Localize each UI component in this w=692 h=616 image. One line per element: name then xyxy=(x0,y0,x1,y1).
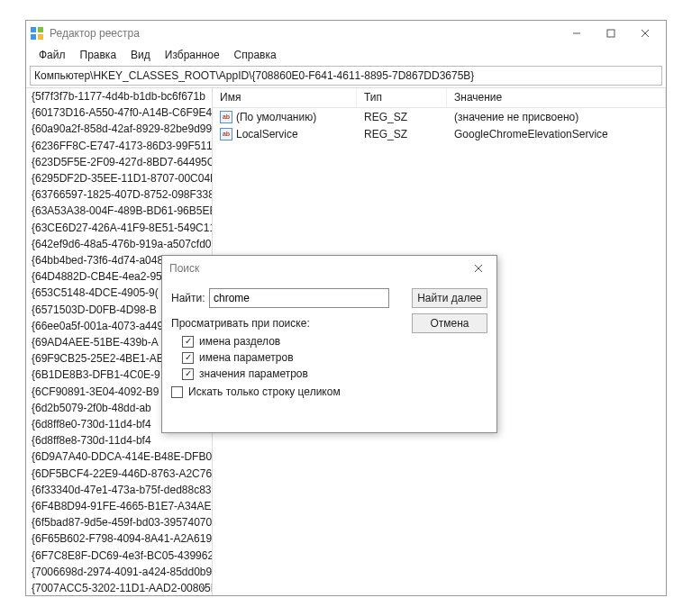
string-value-icon: ab xyxy=(220,128,232,140)
checkbox-whole[interactable] xyxy=(171,386,183,398)
tree-item[interactable]: {6F4B8D94-91FE-4665-B1E7-A34AE3F xyxy=(26,498,212,514)
find-next-button[interactable]: Найти далее xyxy=(412,288,487,308)
checkbox-params[interactable] xyxy=(182,352,194,364)
dialog-close-button[interactable] xyxy=(468,259,489,277)
tree-item[interactable]: {63A53A38-004F-489B-BD61-96B5EEF xyxy=(26,203,212,219)
tree-item[interactable]: {7007ACC5-3202-11D1-AAD2-00805F xyxy=(26,580,212,595)
dialog-title: Поиск xyxy=(169,262,468,275)
tree-item[interactable]: {6295DF2D-35EE-11D1-8707-00C04FD xyxy=(26,170,212,186)
tree-item[interactable]: {6d8ff8e8-730d-11d4-bf4 xyxy=(26,432,212,448)
tree-item[interactable]: {7006698d-2974-4091-a424-85dd0b9 xyxy=(26,564,212,580)
tree-item[interactable]: {6236FF8C-E747-4173-86D3-99F511B xyxy=(26,138,212,154)
dialog-titlebar: Поиск xyxy=(162,256,496,281)
svg-rect-3 xyxy=(38,34,43,40)
find-dialog: Поиск Найти: Просматривать при поиске: и… xyxy=(161,255,497,433)
checkbox-values-label: значения параметров xyxy=(199,367,308,380)
checkbox-whole-label: Искать только строку целиком xyxy=(188,385,341,398)
header-value[interactable]: Значение xyxy=(447,88,666,107)
tree-item[interactable]: {60a90a2f-858d-42af-8929-82be9d99 xyxy=(26,121,212,137)
svg-rect-1 xyxy=(38,27,43,32)
tree-item[interactable]: {63CE6D27-426A-41F9-8E51-549C113 xyxy=(26,220,212,236)
app-icon xyxy=(30,26,44,41)
value-data: (значение не присвоено) xyxy=(447,110,666,124)
tree-item[interactable]: {623D5F5E-2F09-427d-8BD7-64495CD xyxy=(26,154,212,170)
menu-help[interactable]: Справка xyxy=(227,47,284,63)
tree-item[interactable]: {6f33340d-47e1-473a-b75f-ded88c83 xyxy=(26,482,212,498)
tree-item[interactable]: {6F65B602-F798-4094-8A41-A2A6196 xyxy=(26,530,212,547)
cancel-button[interactable]: Отмена xyxy=(412,313,487,333)
tree-item[interactable]: {6D9A7A40-DDCA-414E-B48E-DFB03 xyxy=(26,448,212,465)
tree-item[interactable]: {642ef9d6-48a5-476b-919a-a507cfd0 xyxy=(26,236,212,252)
list-row[interactable]: abLocalServiceREG_SZGoogleChromeElevatio… xyxy=(213,125,666,142)
list-header: Имя Тип Значение xyxy=(213,88,666,108)
addressbar-text: Компьютер\HKEY_CLASSES_ROOT\AppID\{70886… xyxy=(34,69,474,82)
close-button[interactable] xyxy=(628,23,662,44)
maximize-button[interactable] xyxy=(594,23,628,44)
tree-item[interactable]: {6F7C8E8F-DC69-4e3f-BC05-439962A xyxy=(26,548,212,564)
header-name[interactable]: Имя xyxy=(213,88,357,107)
checkbox-keys-label: имена разделов xyxy=(199,335,280,348)
value-type: REG_SZ xyxy=(357,127,447,141)
checkbox-params-label: имена параметров xyxy=(199,351,294,364)
menubar: Файл Правка Вид Избранное Справка xyxy=(26,46,666,64)
tree-item[interactable]: {5f7f3f7b-1177-4d4b-b1db-bc6f671b xyxy=(26,88,212,104)
tree-item[interactable]: {60173D16-A550-47f0-A14B-C6F9E4D xyxy=(26,104,212,121)
list-row[interactable]: ab(По умолчанию)REG_SZ(значение не присв… xyxy=(213,108,666,125)
tree-item[interactable]: {63766597-1825-407D-8752-098F3384 xyxy=(26,186,212,203)
checkbox-values[interactable] xyxy=(182,368,194,380)
menu-view[interactable]: Вид xyxy=(123,47,158,63)
titlebar: Редактор реестра xyxy=(26,21,666,46)
header-type[interactable]: Тип xyxy=(357,88,447,107)
value-name: (По умолчанию) xyxy=(236,111,316,123)
minimize-button[interactable] xyxy=(560,23,594,44)
menu-edit[interactable]: Правка xyxy=(73,47,124,63)
value-type: REG_SZ xyxy=(357,110,447,124)
svg-rect-2 xyxy=(31,34,36,40)
value-data: GoogleChromeElevationService xyxy=(447,127,666,141)
menu-file[interactable]: Файл xyxy=(32,47,73,63)
value-name: LocalService xyxy=(236,128,298,140)
find-input[interactable] xyxy=(209,288,389,308)
window-controls xyxy=(560,23,662,44)
addressbar[interactable]: Компьютер\HKEY_CLASSES_ROOT\AppID\{70886… xyxy=(30,66,662,86)
tree-item[interactable]: {6f5bad87-9d5e-459f-bd03-39574070 xyxy=(26,514,212,530)
menu-favorites[interactable]: Избранное xyxy=(158,47,227,63)
dialog-body: Найти: Просматривать при поиске: имена р… xyxy=(162,281,496,432)
string-value-icon: ab xyxy=(220,111,232,123)
svg-rect-0 xyxy=(31,27,36,32)
checkbox-keys[interactable] xyxy=(182,336,194,348)
tree-item[interactable]: {6DF5BCF4-22E9-446D-8763-A2C767 xyxy=(26,466,212,482)
svg-rect-5 xyxy=(607,30,615,37)
window-title: Редактор реестра xyxy=(50,27,560,40)
chevron-down-icon[interactable] xyxy=(199,583,210,593)
find-label: Найти: xyxy=(171,292,209,304)
